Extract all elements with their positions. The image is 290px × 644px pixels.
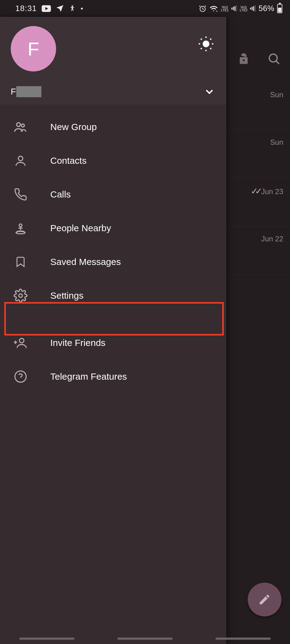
- svg-point-21: [19, 294, 22, 297]
- send-icon: [56, 5, 64, 13]
- svg-line-15: [210, 39, 211, 40]
- svg-point-18: [18, 156, 23, 161]
- svg-point-16: [17, 123, 20, 126]
- read-check-icon: ✓✓: [251, 186, 259, 196]
- wifi-icon: +: [209, 5, 218, 12]
- menu-label: Telegram Features: [50, 371, 127, 382]
- dot-icon: [81, 8, 83, 10]
- group-icon: [13, 120, 28, 134]
- menu-label: People Nearby: [50, 223, 111, 233]
- status-left: 18:31: [15, 4, 83, 13]
- alarm-icon: [199, 5, 207, 13]
- battery-icon: [277, 4, 282, 13]
- signal-1-icon: [231, 5, 237, 12]
- svg-text:+: +: [216, 9, 218, 12]
- menu-item-saved-messages[interactable]: Saved Messages: [0, 245, 226, 279]
- unlock-icon[interactable]: [237, 52, 250, 66]
- svg-line-10: [201, 39, 202, 40]
- svg-point-6: [269, 54, 277, 62]
- sim2-label: Vo))LTE2: [240, 6, 247, 12]
- redacted-overlay: [16, 86, 41, 97]
- menu-separator: [0, 312, 226, 326]
- gear-icon: [13, 289, 28, 303]
- status-bar: 18:31 + Vo))LTE1 Vo))LTE2 56%: [0, 0, 290, 17]
- menu-label: Contacts: [50, 155, 86, 166]
- chat-date: Sun: [270, 138, 283, 146]
- chevron-down-icon[interactable]: [203, 86, 216, 98]
- svg-point-7: [203, 40, 209, 47]
- compose-fab[interactable]: [248, 583, 281, 616]
- menu-label: Calls: [50, 189, 71, 200]
- menu-item-people-nearby[interactable]: People Nearby: [0, 211, 226, 245]
- person-plus-icon: [13, 336, 28, 350]
- status-time: 18:31: [15, 4, 37, 13]
- location-person-icon: [13, 221, 28, 235]
- chat-date: Jun 22: [261, 235, 283, 243]
- svg-point-22: [19, 338, 24, 343]
- svg-line-14: [201, 48, 202, 49]
- svg-line-11: [210, 48, 211, 49]
- avatar[interactable]: F: [11, 26, 56, 71]
- chat-date: Sun: [270, 90, 283, 99]
- youtube-icon: [42, 5, 51, 12]
- drawer-menu: New Group Contacts Calls People Nearby S…: [0, 105, 226, 644]
- svg-rect-5: [243, 59, 245, 61]
- theme-toggle-sun-icon[interactable]: [198, 36, 214, 52]
- chat-date: Jun 23: [261, 187, 283, 196]
- sim1-label: Vo))LTE1: [221, 6, 228, 12]
- account-row[interactable]: F: [11, 86, 216, 98]
- status-right: + Vo))LTE1 Vo))LTE2 56%: [199, 4, 282, 13]
- nav-drawer: F F New Group Contacts Calls People Near…: [0, 17, 226, 644]
- svg-point-17: [21, 124, 25, 127]
- menu-item-settings[interactable]: Settings: [0, 279, 226, 312]
- svg-point-20: [16, 232, 25, 234]
- menu-item-calls[interactable]: Calls: [0, 178, 226, 211]
- menu-label: New Group: [50, 122, 97, 132]
- menu-label: Saved Messages: [50, 257, 121, 267]
- menu-label: Settings: [50, 290, 83, 301]
- menu-item-contacts[interactable]: Contacts: [0, 144, 226, 178]
- search-icon[interactable]: [267, 52, 281, 66]
- menu-item-invite-friends[interactable]: Invite Friends: [0, 326, 226, 360]
- menu-item-new-group[interactable]: New Group: [0, 110, 226, 144]
- user-name: F: [11, 87, 16, 97]
- signal-2-icon: [250, 5, 256, 12]
- menu-item-telegram-features[interactable]: Telegram Features: [0, 360, 226, 393]
- person-icon: [13, 154, 28, 167]
- svg-point-1: [72, 5, 73, 7]
- help-icon: [13, 370, 28, 383]
- drawer-header: F F: [0, 17, 226, 105]
- avatar-initial: F: [28, 38, 39, 60]
- accessibility-icon: [69, 5, 76, 13]
- system-navbar[interactable]: [0, 633, 290, 644]
- battery-percent: 56%: [258, 4, 274, 13]
- menu-label: Invite Friends: [50, 338, 105, 348]
- phone-icon: [13, 188, 28, 201]
- bookmark-icon: [13, 255, 28, 269]
